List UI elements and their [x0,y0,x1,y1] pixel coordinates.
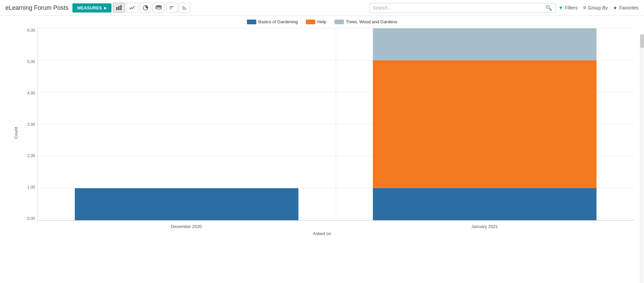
bar-chart-button[interactable] [113,3,125,13]
search-input[interactable] [373,5,545,10]
svg-point-4 [156,5,161,7]
bar-segment [373,188,597,220]
filters-button[interactable]: ▼ Filters [558,5,578,10]
x-label: January 2021 [335,222,634,229]
y-axis: 0.001.002.003.004.005.006.00 [20,28,37,221]
group-by-label: Group By [588,5,608,10]
header: eLearning Forum Posts MEASURES ▶ [0,0,644,16]
line-chart-button[interactable] [126,3,138,13]
svg-rect-0 [116,7,118,10]
header-right: 🔍 ▼ Filters ≡ Group By ★ Favorites [369,3,639,13]
svg-rect-2 [120,5,122,10]
y-label: 6.00 [20,28,37,32]
chart-container: Basics of GardeningHelpTrees, Wood and G… [0,16,644,262]
y-label: 3.00 [20,122,37,126]
x-axis-title: Asked on [7,231,637,236]
legend-swatch [247,20,256,24]
scrollbar-thumb[interactable] [640,34,644,48]
x-label: December 2020 [37,222,335,229]
legend-item: Basics of Gardening [247,19,298,24]
sort-desc-button[interactable] [179,3,190,13]
plot-area [37,28,634,221]
y-label: 1.00 [20,185,37,189]
measures-button[interactable]: MEASURES ▶ [72,3,111,12]
y-label: 0.00 [20,217,37,221]
sort-asc-button[interactable] [166,3,178,13]
y-label: 4.00 [20,91,37,95]
pie-chart-icon [143,5,148,10]
sort-asc-icon [169,5,174,10]
filters-label: Filters [565,5,578,10]
legend-label: Trees, Wood and Gardens [346,19,397,24]
page-title: eLearning Forum Posts [5,4,68,11]
stacked-chart-button[interactable] [153,3,165,13]
bar-stack [373,28,597,220]
favorites-button[interactable]: ★ Favorites [613,5,639,10]
bar-stack [75,28,298,220]
filter-icon: ▼ [558,5,563,10]
measures-arrow: ▶ [104,6,107,10]
x-axis: December 2020January 2021 [37,222,634,229]
header-left: eLearning Forum Posts MEASURES ▶ [5,3,190,13]
scrollbar[interactable] [640,34,644,262]
bar-group [37,28,336,220]
search-icon: 🔍 [545,5,552,11]
group-by-button[interactable]: ≡ Group By [583,5,608,11]
bar-segment [373,28,597,60]
favorites-label: Favorites [619,5,639,10]
legend-swatch [334,20,344,24]
legend-label: Basics of Gardening [258,19,298,24]
y-axis-title: Count [13,127,19,139]
measures-label: MEASURES [77,5,102,10]
toolbar: MEASURES ▶ [72,3,190,13]
sort-desc-icon [182,5,187,10]
legend-swatch [306,20,315,24]
line-chart-icon [129,5,135,10]
legend-item: Trees, Wood and Gardens [334,19,397,24]
filter-controls: ▼ Filters ≡ Group By ★ Favorites [558,5,639,11]
stack-icon [156,5,162,10]
search-bar: 🔍 [369,3,556,13]
bar-segment [75,188,298,220]
legend-item: Help [306,19,326,24]
y-label: 2.00 [20,154,37,158]
bar-segment [373,60,597,188]
bar-chart-icon [116,5,122,10]
bar-group [336,28,634,220]
group-by-icon: ≡ [583,5,586,11]
star-icon: ★ [613,5,617,10]
legend-label: Help [317,19,326,24]
svg-rect-1 [118,6,120,10]
chart-legend: Basics of GardeningHelpTrees, Wood and G… [0,19,644,24]
pie-chart-button[interactable] [140,3,151,13]
y-label: 5.00 [20,60,37,64]
